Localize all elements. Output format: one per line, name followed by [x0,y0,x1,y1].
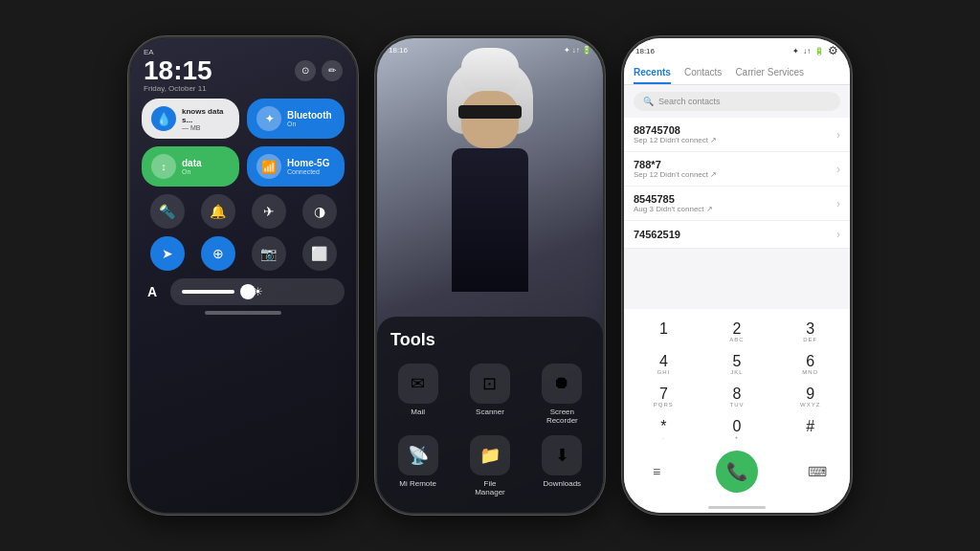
dial-0[interactable]: 0+ [702,414,773,445]
screen-recorder-icon: ⏺ [542,364,582,404]
recent-number-4: 74562519 [634,229,680,240]
chevron-right-icon-4: › [836,228,840,241]
file-manager-icon: 📁 [470,435,510,475]
scanner-label: Scanner [476,408,504,417]
chevron-right-icon-2: › [836,163,840,176]
location-icon[interactable]: ➤ [150,236,185,271]
mobile-data-sub: On [182,168,202,175]
recent-sub-1: Sep 12 Didn't connect ↗ [634,136,717,144]
recent-item-4[interactable]: 74562519 › [624,221,850,249]
screen-icon[interactable]: ⬜ [302,236,337,271]
bluetooth-status-icon: ✦ [792,47,799,55]
bluetooth-text: Bluetooth On [287,110,332,127]
tab-carrier-services[interactable]: Carrier Services [735,67,804,84]
data-saver-text: knows data s... — MB [182,107,230,131]
dialpad-bottom: ≡ 📞 ⌨ [628,445,846,496]
mobile-data-icon: ↕ [151,154,176,179]
phone3-time: 18:16 [635,47,655,55]
wifi-toggle[interactable]: 📶 Home-5G Connected [247,146,345,187]
call-button[interactable]: 📞 [716,451,758,493]
tool-file-manager[interactable]: 📁 FileManager [458,435,521,497]
dial-4[interactable]: 4GHI [628,349,700,380]
data-saver-toggle[interactable]: 💧 knows data s... — MB [142,99,239,139]
bluetooth-label: Bluetooth [287,110,332,121]
phone3-status-icons: ✦ ↓↑ 🔋 ⚙ [792,44,838,57]
search-bar[interactable]: 🔍 Search contacts [634,92,840,111]
settings-icon[interactable]: ⚙ [828,44,838,57]
clock: 18:15 [144,57,212,84]
recent-item-1[interactable]: 88745708 Sep 12 Didn't connect ↗ › [624,118,850,152]
search-placeholder: Search contacts [658,97,721,106]
phone2-icons: ✦ ↓↑ 🔋 [564,46,591,55]
airplane-icon[interactable]: ✈ [252,194,286,229]
data-saver-sub: — MB [182,124,230,131]
wifi-icon: 📶 [256,154,281,179]
status-bar-1: EA 18:15 Friday, October 11 ⊙ ✏ [142,48,345,93]
tool-mail[interactable]: ✉ Mail [387,364,449,426]
edit-icon[interactable]: ✏ [322,60,343,81]
date-label: Friday, October 11 [144,84,212,93]
tool-downloads[interactable]: ⬇ Downloads [531,435,593,497]
tools-grid: ✉ Mail ⊡ Scanner ⏺ ScreenRecorder 📡 Mi R… [387,364,593,497]
dial-star[interactable]: *. [628,414,700,445]
dialpad-toggle-button[interactable]: ⌨ [802,456,833,487]
home-indicator [205,311,281,315]
control-center-screen: EA 18:15 Friday, October 11 ⊙ ✏ 💧 knows … [130,38,356,513]
tools-drawer: Tools ✉ Mail ⊡ Scanner ⏺ ScreenRecorder … [377,317,603,513]
mail-label: Mail [411,408,425,417]
downloads-label: Downloads [544,479,582,489]
brightness-slider[interactable]: ☀ [170,278,345,305]
dial-5[interactable]: 5JKL [702,349,773,380]
flashlight-icon[interactable]: 🔦 [150,194,185,229]
mi-remote-icon: 📡 [398,435,438,475]
font-size-label: A [142,284,163,299]
tool-scanner[interactable]: ⊡ Scanner [458,364,521,426]
tab-recents[interactable]: Recents [634,67,671,84]
home-indicator-3 [708,506,766,509]
tool-mi-remote[interactable]: 📡 Mi Remote [387,435,449,497]
reader-icon[interactable]: ◑ [302,194,337,229]
search-icon: 🔍 [643,97,654,106]
brightness-icon-sm[interactable]: ⊙ [295,60,316,81]
bluetooth-sub: On [287,121,332,127]
notification-icon[interactable]: 🔔 [201,194,235,229]
tools-title: Tools [387,330,593,350]
wifi-text: Home-5G Connected [287,158,329,175]
camera-icon[interactable]: 📷 [252,236,286,271]
dial-6[interactable]: 6MNO [774,349,846,380]
chevron-right-icon-1: › [836,128,840,142]
bluetooth-icon: ✦ [256,106,281,131]
dialpad-grid: 1 2ABC 3DEF 4GHI 5JKL 6MNO 7PQRS 8TUV 9W… [628,317,846,445]
dial-hash[interactable]: # [774,414,846,445]
recent-item-2[interactable]: 788*7 Sep 12 Didn't connect ↗ › [624,152,850,187]
recent-number-3: 8545785 [634,193,713,205]
phone-dialer: 18:16 ✦ ↓↑ 🔋 ⚙ Recents Contacts Carrier … [622,36,852,515]
dial-9[interactable]: 9WXYZ [774,382,846,412]
sun-icon: ☀ [253,285,263,298]
dial-1[interactable]: 1 [628,317,700,347]
signal-icon: ↓↑ [803,47,811,55]
toggle-grid: 💧 knows data s... — MB ✦ Bluetooth On ↕ … [142,99,345,187]
dial-8[interactable]: 8TUV [702,382,773,412]
menu-button[interactable]: ≡ [641,456,672,487]
dial-7[interactable]: 7PQRS [628,382,700,412]
wifi-label: Home-5G [287,158,329,168]
tool-screen-recorder[interactable]: ⏺ ScreenRecorder [531,364,593,426]
tab-contacts[interactable]: Contacts [684,67,722,84]
dial-3[interactable]: 3DEF [774,317,846,347]
dial-2[interactable]: 2ABC [702,317,773,347]
mobile-data-toggle[interactable]: ↕ data On [142,146,239,187]
brightness-fill [182,290,234,294]
recent-item-3[interactable]: 8545785 Aug 3 Didn't connect ↗ › [624,187,850,221]
focus-icon[interactable]: ⊕ [201,236,235,271]
chevron-right-icon-3: › [836,197,840,210]
bluetooth-toggle[interactable]: ✦ Bluetooth On [247,99,345,139]
recent-number-2: 788*7 [634,159,717,170]
phone3-home-area [624,500,850,513]
phone2-time: 18:16 [389,46,408,55]
battery-icon: 🔋 [814,47,824,55]
recents-list: 88745708 Sep 12 Didn't connect ↗ › 788*7… [624,118,850,309]
top-right-icons: ⊙ ✏ [295,60,343,81]
scanner-icon: ⊡ [470,364,510,404]
mobile-data-text: data On [182,158,202,175]
